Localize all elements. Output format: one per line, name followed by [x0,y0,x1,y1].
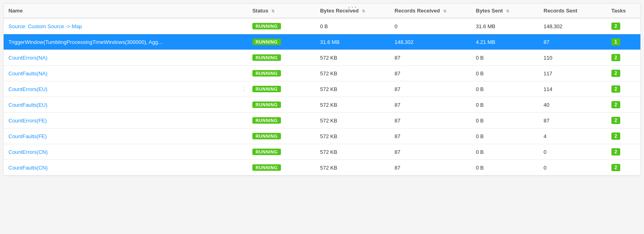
table-row[interactable]: CountErrors(FE) RUNNING 572 KB 87 0 B 87… [4,113,640,128]
table-body: Source: Custom Source -> Map RUNNING 0 B… [4,18,640,176]
status-badge: RUNNING [252,117,281,124]
sort-icon-records-received: ⇅ [443,9,446,13]
tasks-badge: 2 [611,23,620,30]
sort-icon-bytes-received: ⇅ [362,9,365,13]
status-badge: RUNNING [252,86,281,92]
col-tasks-label: Tasks [611,8,626,14]
cell-tasks: 2 [607,50,640,66]
table-row[interactable]: CountFaults(EU) RUNNING 572 KB 87 0 B 40… [4,97,640,113]
cell-records-received: 87 [390,97,471,113]
name-link[interactable]: CountErrors(FE) [8,118,47,124]
cell-bytes-received: 572 KB [315,66,390,81]
sort-icon-status: ⇅ [271,9,275,13]
cell-status: RUNNING [248,18,315,34]
table-header-row: Name Status ⇅ • • • Bytes Received ⇅ Rec… [4,4,640,18]
name-link[interactable]: CountErrors(EU) [8,86,47,92]
column-header-bytes-sent[interactable]: Bytes Sent ⇅ [471,4,539,18]
cell-records-sent: 148,302 [539,18,607,34]
cell-records-received: 148,302 [390,34,471,50]
cell-status: RUNNING [248,128,315,144]
col-records-sent-label: Records Sent [544,8,578,14]
col-resize-handle[interactable]: ⋮ [241,85,248,93]
cell-bytes-received: 572 KB [315,144,390,160]
name-link[interactable]: CountFaults(NA) [8,70,47,77]
column-header-status[interactable]: Status ⇅ [248,4,315,18]
jobs-table: Name Status ⇅ • • • Bytes Received ⇅ Rec… [4,4,640,176]
cell-records-received: 87 [390,113,471,128]
table-row[interactable]: Source: Custom Source -> Map RUNNING 0 B… [4,18,640,34]
name-link[interactable]: Source: Custom Source -> Map [8,23,82,29]
cell-name: CountFaults(EU) [4,97,248,113]
col-bytes-sent-label: Bytes Sent [476,8,503,14]
sort-icon-bytes-sent: ⇅ [506,9,509,13]
table-row[interactable]: CountFaults(FE) RUNNING 572 KB 87 0 B 4 … [4,128,640,144]
tasks-badge: 2 [611,164,620,171]
column-header-name: Name [4,4,248,18]
cell-records-received: 87 [390,66,471,81]
cell-bytes-sent: 0 B [471,81,539,97]
cell-name: TriggerWindow(TumblingProcessingTimeWind… [4,34,248,50]
cell-status: RUNNING [248,50,315,66]
name-link[interactable]: CountFaults(CN) [8,165,48,171]
cell-bytes-sent: 0 B [471,50,539,66]
table-row[interactable]: CountErrors(CN) RUNNING 572 KB 87 0 B 0 … [4,144,640,160]
cell-tasks: 2 [607,66,640,81]
table-row[interactable]: CountErrors(EU) ⋮ RUNNING 572 KB 87 0 B … [4,81,640,97]
cell-records-received: 87 [390,50,471,66]
col-status-label: Status [252,8,268,14]
col-name-label: Name [8,8,23,14]
cell-bytes-received: 572 KB [315,160,390,176]
cell-tasks: 2 [607,97,640,113]
table-row[interactable]: CountFaults(CN) RUNNING 572 KB 87 0 B 0 … [4,160,640,176]
cell-status: RUNNING [248,66,315,81]
cell-records-sent: 4 [539,128,607,144]
name-link[interactable]: CountFaults(EU) [8,102,47,108]
table-row[interactable]: TriggerWindow(TumblingProcessingTimeWind… [4,34,640,50]
cell-records-sent: 0 [539,160,607,176]
cell-name: CountErrors(FE) [4,113,248,128]
tasks-badge: 2 [611,85,620,93]
drag-handle-bytes-received[interactable]: • • • [348,5,357,10]
column-header-bytes-received[interactable]: • • • Bytes Received ⇅ [315,4,390,18]
cell-tasks: 2 [607,18,640,34]
name-link[interactable]: CountFaults(FE) [8,133,47,139]
status-badge: RUNNING [252,164,281,171]
cell-bytes-received: 0 B [315,18,390,34]
jobs-table-container: Name Status ⇅ • • • Bytes Received ⇅ Rec… [3,3,641,176]
cell-records-received: 87 [390,160,471,176]
status-badge: RUNNING [252,101,281,108]
cell-records-received: 0 [390,18,471,34]
cell-name: CountFaults(CN) [4,160,248,176]
table-row[interactable]: CountErrors(NA) RUNNING 572 KB 87 0 B 11… [4,50,640,66]
name-link[interactable]: CountErrors(NA) [8,55,47,61]
cell-status: RUNNING [248,144,315,160]
cell-bytes-received: 572 KB [315,50,390,66]
cell-records-sent: 87 [539,113,607,128]
status-badge: RUNNING [252,133,281,139]
cell-bytes-sent: 0 B [471,144,539,160]
table-row[interactable]: CountFaults(NA) RUNNING 572 KB 87 0 B 11… [4,66,640,81]
cell-name: CountErrors(EU) ⋮ [4,81,248,97]
cell-records-received: 87 [390,81,471,97]
status-badge: RUNNING [252,54,281,61]
cell-records-sent: 0 [539,144,607,160]
column-header-records-received[interactable]: Records Received ⇅ [390,4,471,18]
column-header-tasks: Tasks [607,4,640,18]
cell-tasks: 2 [607,160,640,176]
tasks-badge: 2 [611,70,620,77]
status-badge: RUNNING [252,70,281,77]
cell-bytes-sent: 0 B [471,160,539,176]
status-badge: RUNNING [252,149,281,155]
tasks-badge: 2 [611,148,620,155]
cell-bytes-received: 31.6 MB [315,34,390,50]
column-header-records-sent: Records Sent [539,4,607,18]
status-badge: RUNNING [252,39,281,45]
cell-bytes-received: 572 KB [315,81,390,97]
cell-tasks: 2 [607,144,640,160]
cell-tasks: 1 [607,34,640,50]
name-link[interactable]: CountErrors(CN) [8,149,48,155]
name-link[interactable]: TriggerWindow(TumblingProcessingTimeWind… [8,39,162,45]
cell-bytes-received: 572 KB [315,113,390,128]
cell-bytes-received: 572 KB [315,97,390,113]
cell-status: RUNNING [248,113,315,128]
